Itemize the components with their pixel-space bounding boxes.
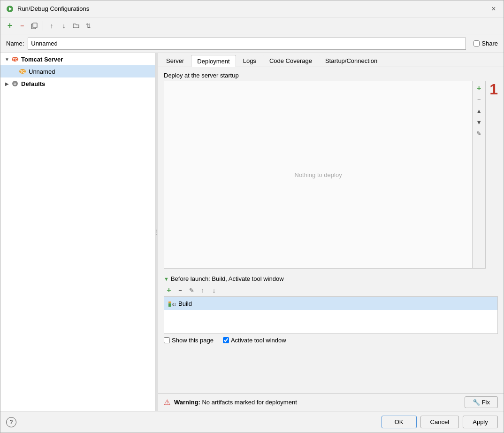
tomcat-server-icon: TC [11,55,19,63]
sidebar-item-tomcat-server[interactable]: ▼ TC Tomcat Server [0,53,155,65]
before-launch-item[interactable]: 01 Build [164,297,497,310]
sort-button[interactable]: ⇅ [83,20,94,31]
move-to-folder-button[interactable] [70,20,82,31]
ok-button[interactable]: OK [382,416,417,428]
deploy-edit-button[interactable]: ✎ [474,128,484,139]
name-input[interactable] [28,38,466,50]
show-this-page-item: Show this page [164,337,214,344]
before-launch-remove-button[interactable]: − [175,285,185,295]
tabs: Server Deployment Logs Code Coverage Sta… [158,53,504,67]
deploy-down-button[interactable]: ▼ [474,117,484,127]
sidebar: ▼ TC Tomcat Server TC Unnamed [0,53,155,411]
deploy-up-button[interactable]: ▲ [474,106,484,116]
action-buttons: ? OK Cancel Apply [0,411,504,433]
warning-detail-text: No artifacts marked for deployment [202,399,297,406]
activate-tool-window-item: Activate tool window [223,337,286,344]
tab-logs[interactable]: Logs [237,54,262,67]
move-down-button[interactable]: ↓ [58,20,69,31]
deploy-toolbar: + − ▲ ▼ ✎ [472,81,485,268]
name-row: Name: Share [0,34,504,53]
before-launch-edit-button[interactable]: ✎ [186,285,197,295]
warning-text: Warning: No artifacts marked for deploym… [174,399,461,406]
tab-code-coverage[interactable]: Code Coverage [263,54,318,67]
show-this-page-checkbox[interactable] [164,337,170,343]
build-icon: 01 [168,300,176,307]
cancel-button[interactable]: Cancel [420,416,459,428]
dialog-title: Run/Debug Configurations [17,5,89,12]
title-bar-left: Run/Debug Configurations [6,5,89,13]
panel-content: Deploy at the server startup Nothing to … [158,67,504,393]
activate-tool-window-label[interactable]: Activate tool window [231,337,286,344]
deploy-add-button[interactable]: + [474,83,484,93]
warning-icon: ⚠ [164,398,170,407]
warning-bold-text: Warning: [174,399,200,406]
name-label: Name: [6,40,24,47]
before-launch-header[interactable]: ▼ Before launch: Build, Activate tool wi… [164,273,498,284]
svg-rect-3 [33,23,37,28]
title-bar: Run/Debug Configurations × [0,0,504,17]
sidebar-item-unnamed[interactable]: TC Unnamed [0,65,155,77]
tomcat-server-arrow: ▼ [3,57,11,62]
svg-text:01: 01 [172,302,176,307]
svg-text:TC: TC [20,70,25,74]
deploy-section-label: Deploy at the server startup [164,72,498,79]
share-checkbox[interactable] [473,40,480,46]
close-button[interactable]: × [489,5,498,13]
defaults-icon: D [11,79,19,88]
deploy-area: Nothing to deploy + − ▲ ▼ ✎ [164,81,486,269]
checkboxes-row: Show this page Activate tool window [164,334,498,347]
tab-startup-connection[interactable]: Startup/Connection [319,54,383,67]
remove-configuration-button[interactable]: − [16,20,28,31]
add-configuration-button[interactable]: + [4,20,15,31]
fix-label: Fix [482,399,490,406]
before-launch-label: Before launch: Build, Activate tool wind… [171,275,284,282]
deploy-section: Deploy at the server startup Nothing to … [164,72,498,269]
before-launch-item-label: Build [178,300,192,307]
help-button[interactable]: ? [6,417,16,427]
defaults-label: Defaults [21,80,45,87]
before-launch-arrow: ▼ [164,276,169,282]
svg-rect-10 [168,303,171,307]
right-panel: Server Deployment Logs Code Coverage Sta… [158,53,504,411]
run-debug-dialog: Run/Debug Configurations × + − ↑ ↓ ⇅ Nam… [0,0,504,433]
tomcat-server-label: Tomcat Server [21,56,63,63]
svg-text:TC: TC [13,57,18,62]
fix-button[interactable]: 🔧 Fix [465,396,498,408]
show-this-page-label[interactable]: Show this page [172,337,214,344]
before-launch-list: 01 Build [164,296,498,334]
tab-server[interactable]: Server [160,54,190,67]
svg-text:D: D [14,82,16,86]
configurations-toolbar: + − ↑ ↓ ⇅ [0,17,504,34]
sidebar-item-defaults[interactable]: ▶ D Defaults [0,77,155,90]
share-area: Share [473,40,498,47]
dialog-icon [6,5,14,13]
deploy-header-row: Nothing to deploy + − ▲ ▼ ✎ 1 [164,81,498,269]
defaults-arrow: ▶ [3,81,11,86]
toolbar-separator-1 [43,21,43,31]
before-launch-section: ▼ Before launch: Build, Activate tool wi… [164,273,498,347]
unnamed-icon: TC [18,67,27,76]
activate-tool-window-checkbox[interactable] [223,337,229,343]
unnamed-label: Unnamed [29,68,55,75]
deploy-remove-button[interactable]: − [474,94,484,105]
before-launch-add-button[interactable]: + [164,285,174,295]
before-launch-up-button[interactable]: ↑ [198,285,208,295]
share-label[interactable]: Share [481,40,498,47]
copy-configuration-button[interactable] [29,20,40,31]
fix-icon: 🔧 [473,399,480,406]
main-content: ▼ TC Tomcat Server TC Unnamed [0,53,504,411]
apply-button[interactable]: Apply [463,416,498,428]
svg-rect-11 [168,302,171,303]
before-launch-down-button[interactable]: ↓ [209,285,219,295]
before-launch-toolbar: + − ✎ ↑ ↓ [164,284,498,296]
move-up-button[interactable]: ↑ [46,20,57,31]
deploy-empty-text: Nothing to deploy [164,81,472,268]
deployment-number-badge: 1 [489,81,498,98]
tab-deployment[interactable]: Deployment [191,55,236,67]
warning-bar: ⚠ Warning: No artifacts marked for deplo… [158,393,504,411]
